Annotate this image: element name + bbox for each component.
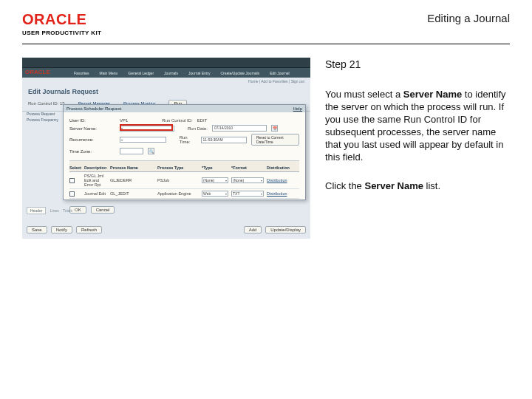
help-link[interactable]: Help <box>293 106 302 111</box>
row-dist-link[interactable]: Distribution <box>267 191 299 196</box>
run-date-input[interactable]: 07/14/2010 <box>212 125 267 132</box>
notify-button[interactable]: Notify <box>51 226 72 233</box>
page-title: Editing a Journal <box>427 12 510 24</box>
nav-item[interactable]: Journals <box>164 71 178 75</box>
app-nav: Favorites Main Menu General Ledger Journ… <box>22 68 310 78</box>
row-ptype: Application Engine <box>157 191 199 196</box>
nav-item[interactable]: Create/Update Journals <box>220 71 259 75</box>
run-date-label: Run Date: <box>188 126 208 131</box>
col-select: Select <box>69 166 81 170</box>
modal-title: Process Scheduler Request <box>66 106 121 111</box>
nav-item[interactable]: Favorites <box>74 71 89 75</box>
tab-totals[interactable]: Totals <box>63 208 72 213</box>
nav-item[interactable]: Edit Journal <box>270 71 289 75</box>
user-label: User ID: <box>69 118 115 123</box>
runctl-modal-label: Run Control ID: <box>162 118 192 123</box>
save-button[interactable]: Save <box>27 226 47 233</box>
app-brand: ORACLE <box>25 69 50 75</box>
calendar-icon[interactable]: 📅 <box>271 125 278 132</box>
row-fmt-select[interactable]: (None) <box>231 177 264 183</box>
col-desc: Description <box>84 166 107 170</box>
add-button[interactable]: Add <box>244 226 262 233</box>
run-time-input[interactable]: 11:53:30AM <box>201 137 247 143</box>
side-label: Process Request <box>27 111 61 117</box>
recurrence-select[interactable] <box>120 137 166 143</box>
logo-upk: USER PRODUCTIVITY KIT <box>22 30 101 36</box>
screenshot-panel: ORACLE Favorites Main Menu General Ledge… <box>22 58 310 239</box>
col-format: *Format <box>231 166 264 170</box>
breadcrumb-links[interactable]: Home | Add to Favorites | Sign out <box>22 78 310 83</box>
runctl-label: Run Control ID: <box>28 101 58 106</box>
row-checkbox[interactable] <box>69 191 75 197</box>
col-proctype: Process Type <box>157 166 199 170</box>
row-name: GL_JEDIT <box>110 191 154 196</box>
col-procname: Process Name <box>110 166 154 170</box>
nav-item[interactable]: Journal Entry <box>188 71 210 75</box>
col-dist: Distribution <box>267 166 299 170</box>
instruction-body: You must select a Server Name to identif… <box>325 89 510 163</box>
row-checkbox[interactable] <box>69 178 75 183</box>
side-labels: Process Request Process Frequency <box>27 111 61 123</box>
footer-toolbar: Save Notify Refresh Add Update/Display <box>27 226 306 233</box>
row-dist-link[interactable]: Distribution <box>267 178 299 183</box>
brand-logo: ORACLE USER PRODUCTIVITY KIT <box>22 12 101 36</box>
row-desc: Journal Edit <box>84 191 107 196</box>
col-type: *Type <box>202 166 228 170</box>
row-fmt-select[interactable]: TXT <box>231 191 264 197</box>
row-desc: PS/GL Jrnl Edit and Error Rpt <box>84 174 107 187</box>
row-ptype: PSJob <box>157 178 199 183</box>
user-value: VP1 <box>120 118 128 123</box>
instruction-column: Step 21 You must select a Server Name to… <box>325 58 510 239</box>
timezone-label: Time Zone: <box>69 149 115 154</box>
timezone-input[interactable] <box>120 148 143 154</box>
logo-oracle: ORACLE <box>22 12 101 27</box>
nav-item[interactable]: General Ledger <box>128 71 154 75</box>
nav-item[interactable]: Main Menu <box>100 71 118 75</box>
instruction-action: Click the Server Name list. <box>325 180 510 193</box>
process-row: Journal Edit GL_JEDIT Application Engine… <box>69 189 299 199</box>
app-page-title: Edit Journals Request <box>22 83 310 98</box>
header-divider <box>22 44 510 44</box>
page-tabs: Header Lines Totals <box>27 207 108 214</box>
process-scheduler-modal: Process Scheduler Request Help User ID: … <box>63 104 306 200</box>
row-name: GLJEDERR <box>110 178 154 183</box>
reset-time-button[interactable]: Reset to Current Date/Time <box>251 134 299 146</box>
lookup-icon[interactable]: 🔍 <box>148 148 154 154</box>
row-type-select[interactable]: Web <box>202 191 228 197</box>
process-row: PS/GL Jrnl Edit and Error Rpt GLJEDERR P… <box>69 172 299 189</box>
tab-header[interactable]: Header <box>27 207 46 214</box>
server-name-label: Server Name: <box>69 126 115 131</box>
recurrence-label: Recurrence: <box>69 137 115 142</box>
update-button[interactable]: Update/Display <box>265 226 306 233</box>
app-titlebar <box>22 58 310 68</box>
process-list-header: Select Description Process Name Process … <box>69 160 299 172</box>
server-name-select[interactable] <box>120 126 174 132</box>
runctl-modal-value: EDIT <box>197 118 208 123</box>
row-type-select[interactable]: (None) <box>202 177 228 183</box>
run-time-label: Run Time: <box>180 135 197 144</box>
tab-lines[interactable]: Lines <box>50 208 59 213</box>
step-label: Step 21 <box>325 58 510 71</box>
side-label: Process Frequency <box>27 117 61 123</box>
refresh-button[interactable]: Refresh <box>76 226 102 233</box>
